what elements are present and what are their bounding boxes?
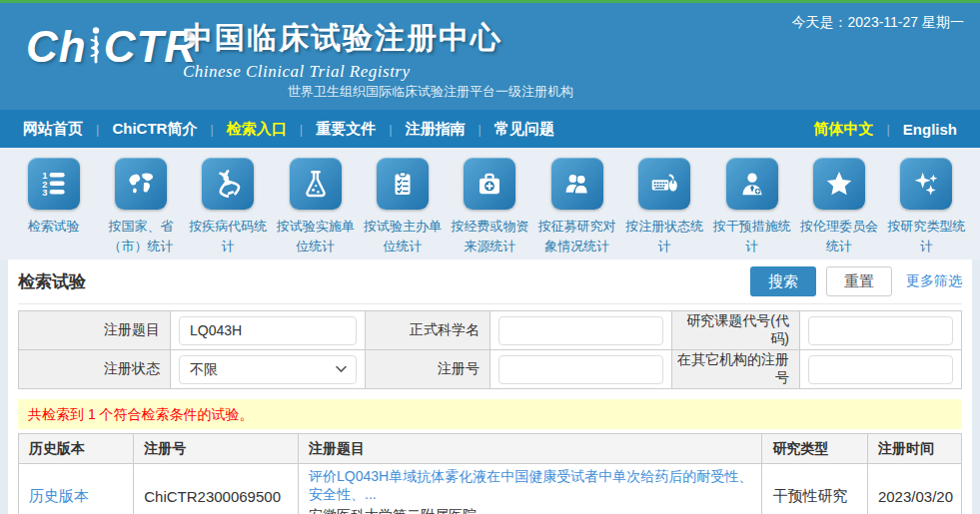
chictr-logo[interactable]: Ch CTR — [26, 25, 197, 69]
quicklink-by-funding-source[interactable]: 按经费或物资来源统计 — [447, 148, 533, 259]
registration-number-input[interactable] — [498, 355, 663, 384]
star-icon — [813, 158, 865, 210]
trial-title-cell: 评价LQ043H单域抗体雾化液在中国健康受试者中单次给药后的耐受性、安全性、..… — [299, 464, 762, 514]
nav-item-guide[interactable]: 注册指南 — [393, 120, 479, 139]
scientific-name-input[interactable] — [498, 316, 663, 345]
registered-title-label: 注册题目 — [19, 311, 171, 350]
site-header: Ch CTR 中国临床试验注册中心 Chinese Clinical Trial… — [0, 3, 980, 110]
more-filters-link[interactable]: 更多筛选 — [906, 272, 962, 290]
reset-button[interactable]: 重置 — [826, 266, 892, 296]
quicklink-by-disease-code[interactable]: 按疾病代码统计 — [185, 148, 272, 259]
results-table: 历史版本 注册号 注册题目 研究类型 注册时间 历史版本 ChiCTR23000… — [18, 433, 962, 514]
col-study-type: 研究类型 — [762, 434, 867, 464]
quicklink-label: 按试验实施单位统计 — [272, 217, 359, 257]
search-button[interactable]: 搜索 — [750, 266, 816, 296]
main-content: 检索试验 搜索 重置 更多筛选 注册题目 正式科学名 研究课题代号(代码) 注册… — [8, 259, 972, 514]
logo-text-part1: Ch — [26, 25, 87, 69]
clipboard-icon — [377, 158, 429, 210]
quicklink-by-country-province[interactable]: 按国家、省（市）统计 — [97, 148, 184, 259]
quicklink-label: 检索试验 — [28, 217, 80, 237]
registration-status-select-wrap: 不限 — [179, 355, 357, 384]
col-history-version: 历史版本 — [19, 434, 134, 464]
sparkles-icon — [900, 158, 952, 210]
quicklink-label: 按征募研究对象情况统计 — [533, 217, 620, 257]
caduceus-icon — [89, 26, 103, 66]
quicklink-label: 按试验主办单位统计 — [360, 217, 447, 257]
col-registration-date: 注册时间 — [867, 434, 961, 464]
quick-links-row: 1 2 3 检索试验 按国家、省（市）统计 — [0, 148, 980, 259]
result-count-banner: 共检索到 1 个符合检索条件的试验。 — [18, 399, 962, 429]
project-code-label: 研究课题代号(代码) — [672, 311, 800, 350]
registered-title-input[interactable] — [179, 316, 357, 345]
trial-title-link[interactable]: 评价LQ043H单域抗体雾化液在中国健康受试者中单次给药后的耐受性、安全性、..… — [309, 468, 753, 504]
registration-number-label: 注册号 — [366, 350, 490, 389]
registration-status-label: 注册状态 — [19, 350, 171, 389]
page-title: 检索试验 — [18, 270, 86, 293]
results-header-row: 历史版本 注册号 注册题目 研究类型 注册时间 — [19, 434, 962, 464]
quicklink-label: 按经费或物资来源统计 — [447, 217, 533, 257]
search-actions: 搜索 重置 更多筛选 — [750, 266, 962, 296]
site-title-zh: 中国临床试验注册中心 — [183, 18, 502, 59]
doctor-icon — [726, 158, 778, 210]
registration-date-cell: 2023/03/20 — [867, 464, 961, 514]
other-registry-number-label: 在其它机构的注册号 — [672, 350, 800, 389]
nav-item-home[interactable]: 网站首页 — [10, 120, 96, 139]
quicklink-search-trials[interactable]: 1 2 3 检索试验 — [10, 148, 97, 259]
svg-text:3: 3 — [42, 188, 47, 198]
flask-icon — [290, 158, 342, 210]
quicklink-by-ethics-committee[interactable]: 按伦理委员会统计 — [796, 148, 883, 259]
numbered-list-icon: 1 2 3 — [28, 158, 80, 210]
language-switcher: 简体中文 English — [800, 120, 970, 139]
quicklink-by-sponsor-unit[interactable]: 按试验主办单位统计 — [360, 148, 447, 259]
main-nav: 网站首页 ChiCTR简介 检索入口 重要文件 注册指南 常见问题 简体中文 E… — [0, 110, 980, 148]
quicklink-label: 按伦理委员会统计 — [796, 217, 883, 257]
quicklink-by-study-type[interactable]: 按研究类型统计 — [883, 148, 970, 259]
registration-status-select[interactable]: 不限 — [179, 355, 357, 384]
medical-bag-icon — [464, 158, 515, 210]
site-title-block: 中国临床试验注册中心 Chinese Clinical Trial Regist… — [183, 18, 502, 82]
quicklink-label: 按国家、省（市）统计 — [97, 217, 184, 257]
registration-number-cell: ChiCTR2300069500 — [134, 464, 299, 514]
study-type-cell: 干预性研究 — [762, 464, 867, 514]
quicklink-label: 按干预措施统计 — [708, 217, 795, 257]
quicklink-by-recruitment-status[interactable]: 按征募研究对象情况统计 — [533, 148, 620, 259]
quicklink-label: 按研究类型统计 — [883, 217, 970, 257]
nav-item-search-entry[interactable]: 检索入口 — [214, 120, 300, 139]
col-registration-number: 注册号 — [134, 434, 299, 464]
search-panel-header: 检索试验 搜索 重置 更多筛选 — [18, 259, 962, 304]
nav-item-about[interactable]: ChiCTR简介 — [99, 120, 210, 139]
history-version-link[interactable]: 历史版本 — [29, 487, 89, 504]
other-registry-number-input[interactable] — [808, 355, 953, 384]
lang-english[interactable]: English — [890, 121, 970, 138]
people-icon — [551, 158, 603, 210]
today-date: 今天是：2023-11-27 星期一 — [792, 14, 964, 32]
quicklink-by-implementing-unit[interactable]: 按试验实施单位统计 — [272, 148, 359, 259]
site-subtitle: 世界卫生组织国际临床试验注册平台一级注册机构 — [288, 83, 573, 101]
col-registered-title: 注册题目 — [299, 434, 762, 464]
site-title-en: Chinese Clinical Trial Registry — [183, 62, 502, 82]
nav-item-faq[interactable]: 常见问题 — [482, 120, 567, 139]
keyboard-mouse-icon — [638, 158, 690, 210]
dna-icon — [202, 158, 254, 210]
quicklink-label: 按注册状态统计 — [621, 217, 708, 257]
project-code-input[interactable] — [808, 316, 953, 345]
search-form-table: 注册题目 正式科学名 研究课题代号(代码) 注册状态 不限 注册号 — [18, 310, 962, 389]
world-map-icon — [115, 158, 167, 210]
quicklink-label: 按疾病代码统计 — [185, 217, 272, 257]
institution-text: 安徽医科大学第二附属医院 — [309, 507, 753, 514]
scientific-name-label: 正式科学名 — [366, 311, 490, 350]
nav-item-documents[interactable]: 重要文件 — [303, 120, 389, 139]
lang-simplified-chinese[interactable]: 简体中文 — [800, 120, 886, 139]
quicklink-by-registration-status[interactable]: 按注册状态统计 — [621, 148, 708, 259]
table-row: 历史版本 ChiCTR2300069500 评价LQ043H单域抗体雾化液在中国… — [19, 464, 962, 514]
quicklink-by-intervention[interactable]: 按干预措施统计 — [708, 148, 795, 259]
